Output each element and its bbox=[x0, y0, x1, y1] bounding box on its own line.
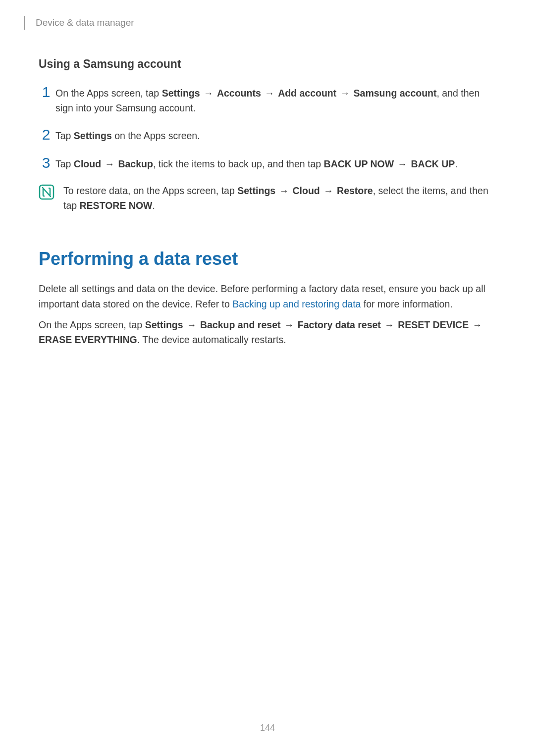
page-content: Device & data manager Using a Samsung ac… bbox=[0, 0, 535, 347]
section-subtitle: Using a Samsung account bbox=[39, 57, 496, 71]
step-text: On the Apps screen, tap Settings → Accou… bbox=[55, 85, 496, 115]
header-divider bbox=[24, 16, 25, 30]
step-number: 2 bbox=[39, 127, 54, 142]
step-number: 1 bbox=[39, 85, 54, 100]
page-header: Device & data manager bbox=[39, 16, 496, 30]
step-text: Tap Settings on the Apps screen. bbox=[55, 127, 496, 143]
step-list: 1 On the Apps screen, tap Settings → Acc… bbox=[39, 85, 496, 171]
step-item-3: 3 Tap Cloud → Backup, tick the items to … bbox=[39, 155, 496, 171]
step-item-1: 1 On the Apps screen, tap Settings → Acc… bbox=[39, 85, 496, 115]
step-item-2: 2 Tap Settings on the Apps screen. bbox=[39, 127, 496, 143]
step-number: 3 bbox=[39, 155, 54, 170]
step-text: Tap Cloud → Backup, tick the items to ba… bbox=[55, 155, 496, 171]
body-paragraph-2: On the Apps screen, tap Settings → Backu… bbox=[39, 317, 496, 347]
note-block: To restore data, on the Apps screen, tap… bbox=[39, 183, 496, 213]
section-title: Performing a data reset bbox=[39, 249, 496, 269]
page-number: 144 bbox=[0, 723, 535, 733]
note-icon bbox=[39, 184, 54, 200]
cross-reference-link[interactable]: Backing up and restoring data bbox=[232, 299, 361, 309]
note-text: To restore data, on the Apps screen, tap… bbox=[63, 183, 496, 213]
body-paragraph-1: Delete all settings and data on the devi… bbox=[39, 281, 496, 311]
breadcrumb: Device & data manager bbox=[36, 17, 134, 28]
